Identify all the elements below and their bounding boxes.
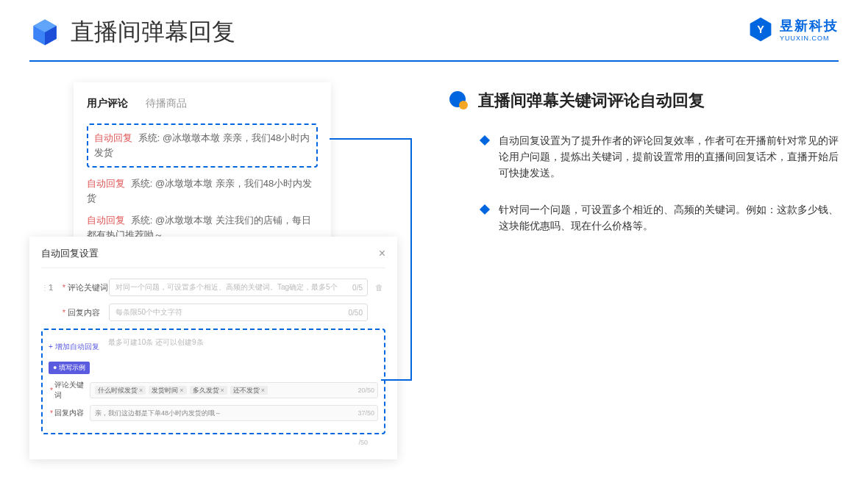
logo-subtext: YUUXIN.COM <box>780 35 839 42</box>
example-keyword-input: 什么时候发货×发货时间×多久发货×还不发货× 20/50 <box>90 382 378 398</box>
keyword-tag: 什么时候发货× <box>95 386 146 395</box>
keyword-tag: 还不发货× <box>230 386 268 395</box>
auto-reply-settings-panel: 自动回复设置 × ⋮⋮ 1 * 评论关键词 对同一个问题，可设置多个相近、高频的… <box>29 237 397 459</box>
tab-pending-products[interactable]: 待播商品 <box>146 97 187 110</box>
keyword-label: 评论关键词 <box>68 282 109 293</box>
remaining-count: 最多可建10条 还可以创建9条 <box>108 337 203 348</box>
tab-user-comments[interactable]: 用户评论 <box>87 97 128 110</box>
gray-count: /50 <box>41 439 385 446</box>
char-count: 0/50 <box>349 309 363 317</box>
close-icon[interactable]: × <box>379 247 385 260</box>
bullet-icon <box>480 204 490 215</box>
auto-reply-label: 自动回复 <box>94 132 132 143</box>
logo-icon: Y <box>747 16 774 43</box>
page-title: 直播间弹幕回复 <box>71 16 235 49</box>
char-count: 0/5 <box>352 284 363 292</box>
content-input[interactable]: 每条限50个中文字符 0/50 <box>109 304 368 321</box>
bullet-icon <box>480 135 490 146</box>
section-icon <box>449 90 469 111</box>
example-content-input: 亲，我们这边都是下单48小时内发货的哦～ 37/50 <box>90 405 378 421</box>
bullet-text: 自动回复设置为了提升作者的评论回复效率，作者可在开播前针对常见的评论用户问题，提… <box>499 132 839 181</box>
example-badge: ● 填写示例 <box>49 362 90 374</box>
system-label: 系统: <box>138 132 160 143</box>
content-label: 回复内容 <box>68 307 109 318</box>
brand-logo: Y 昱新科技 YUUXIN.COM <box>747 16 839 43</box>
keyword-input[interactable]: 对同一个问题，可设置多个相近、高频的关键词。Tag确定，最多5个 0/5 <box>109 279 368 296</box>
section-title: 直播间弹幕关键词评论自动回复 <box>478 90 705 112</box>
required-dot: * <box>60 283 68 292</box>
keyword-tag: 多久发货× <box>190 386 227 395</box>
settings-title: 自动回复设置 <box>41 247 99 260</box>
add-auto-reply-button[interactable]: + 增加自动回复 <box>49 342 99 352</box>
logo-text: 昱新科技 <box>780 17 839 35</box>
comment-line: 自动回复 系统: @冰墩墩本墩 亲亲，我们48小时内发货 <box>87 176 318 206</box>
bullet-text: 针对同一个问题，可设置多个相近的、高频的关键词。例如：这款多少钱、这块能优惠吗、… <box>499 201 839 234</box>
highlighted-comment: 自动回复 系统: @冰墩墩本墩 亲亲，我们48小时内发货 <box>87 123 318 168</box>
example-content-label: 回复内容 <box>54 408 90 418</box>
connector-line <box>410 138 412 381</box>
example-section: + 增加自动回复 最多可建10条 还可以创建9条 ● 填写示例 * 评论关键词 … <box>41 329 385 434</box>
connector-line <box>381 379 412 381</box>
svg-text:Y: Y <box>757 24 764 35</box>
connector-line <box>330 138 412 140</box>
cube-icon <box>29 17 60 48</box>
keyword-tag: 发货时间× <box>149 386 186 395</box>
drag-handle-icon[interactable]: ⋮⋮ <box>41 284 49 292</box>
example-keyword-label: 评论关键词 <box>54 380 90 401</box>
row-number: 1 <box>49 283 60 292</box>
delete-icon[interactable]: 🗑 <box>372 283 385 292</box>
svg-point-2 <box>459 101 468 110</box>
